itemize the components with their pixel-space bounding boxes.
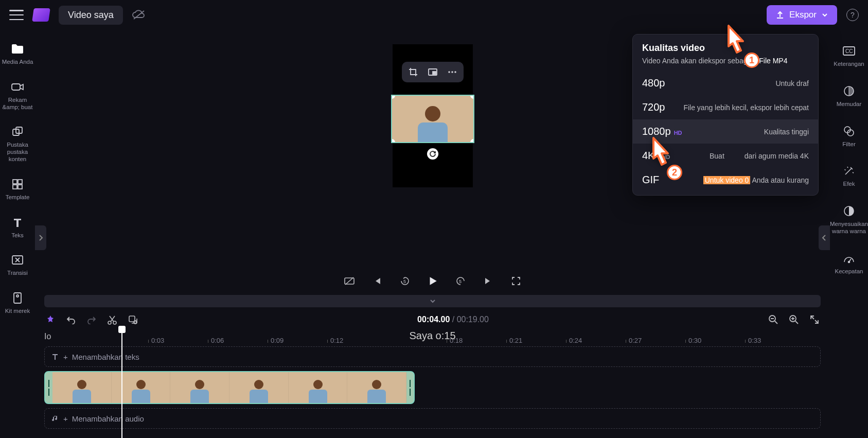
project-title[interactable]: Video saya [59, 6, 123, 25]
collapse-right-panel[interactable] [819, 225, 830, 250]
refresh-icon[interactable] [427, 148, 438, 160]
resize-handle[interactable] [391, 95, 395, 99]
timeline-ruler[interactable]: Io 0:03 0:06 0:09 0:12 0:18 0:21 0:24 0:… [35, 329, 830, 346]
sidebar-label: Pustaka pustaka konten [0, 142, 35, 163]
sidebar-label: Template [6, 194, 30, 201]
chevron-down-icon [822, 12, 828, 18]
quality-option-720p[interactable]: 720p File yang lebih kecil, ekspor lebih… [633, 95, 818, 119]
speedometer-icon [842, 252, 856, 265]
video-track[interactable] [44, 371, 821, 404]
sidebar-label: Media Anda [2, 59, 33, 66]
folder-icon [11, 42, 24, 56]
play-button[interactable] [426, 274, 439, 288]
redo-button[interactable] [85, 313, 98, 326]
quality-option-gif[interactable]: GIF Untuk video 0 Anda atau kurang [633, 168, 818, 192]
ruler-tick: 0:09 [271, 337, 284, 344]
svg-rect-12 [433, 72, 436, 74]
camera-icon [11, 80, 24, 94]
clip-trim-left[interactable] [45, 372, 52, 403]
track-label: Menambahkan teks [72, 353, 139, 361]
quality-desc: Kualitas tinggi [764, 128, 809, 136]
quality-option-1080p[interactable]: 1080pHD Kualitas tinggi [633, 119, 818, 144]
sidebar-item-record[interactable]: Rekam &amp; buat [0, 80, 35, 111]
collapse-timeline[interactable] [44, 295, 821, 307]
text-track-add[interactable]: + Menambahkan teks [44, 346, 821, 367]
menu-button[interactable] [9, 10, 24, 20]
sidebar-item-caption[interactable]: CC Keterangan [834, 44, 864, 68]
svg-point-15 [454, 71, 456, 73]
library-icon [11, 125, 24, 138]
resize-handle[interactable] [391, 139, 395, 143]
sidebar-label: Memudar [837, 101, 862, 108]
pip-button[interactable] [427, 66, 439, 78]
brand-icon [11, 291, 24, 305]
forward-5-button[interactable]: 5 [454, 274, 467, 288]
quality-desc: Buat dari agum media 4K [710, 152, 809, 160]
plus-icon: + [63, 414, 68, 423]
help-button[interactable]: ? [846, 9, 859, 21]
undo-button[interactable] [65, 313, 77, 326]
more-button[interactable] [446, 66, 458, 78]
ruler-tick: 0:21 [509, 337, 522, 344]
split-button[interactable] [106, 313, 118, 326]
resize-handle[interactable] [470, 95, 474, 99]
duplicate-button[interactable] [127, 313, 139, 326]
zoom-out-button[interactable] [767, 313, 780, 326]
quality-option-480p[interactable]: 480p Untuk draf [633, 71, 818, 95]
ai-button[interactable] [44, 313, 57, 326]
sidebar-item-media[interactable]: Media Anda [2, 42, 33, 66]
skip-end-button[interactable] [482, 274, 495, 288]
fullscreen-button[interactable] [509, 274, 523, 288]
svg-rect-4 [13, 180, 17, 184]
svg-point-13 [448, 71, 450, 73]
sidebar-item-template[interactable]: Template [6, 178, 30, 201]
clip-toolbar [402, 62, 464, 82]
sidebar-item-filter[interactable]: Filter [842, 125, 856, 148]
sidebar-label: Kit merek [5, 308, 30, 315]
sidebar-item-transition[interactable]: Transisi [7, 253, 28, 277]
sidebar-item-color[interactable]: Menyesuaikan warna warna [830, 204, 868, 235]
sidebar-item-text[interactable]: Teks [11, 216, 24, 239]
sidebar-item-library[interactable]: Pustaka pustaka konten [0, 125, 35, 163]
quality-option-4k[interactable]: 4KUHD Buat dari agum media 4K [633, 144, 818, 168]
resize-handle[interactable] [470, 139, 474, 143]
audio-track-add[interactable]: + Menambahkan audio [44, 408, 821, 429]
video-clip[interactable] [44, 371, 415, 404]
contrast-icon [842, 204, 856, 218]
sidebar-item-fade[interactable]: Memudar [837, 84, 862, 108]
music-icon [51, 414, 59, 423]
mute-button[interactable] [343, 274, 356, 288]
fit-button[interactable] [808, 313, 821, 326]
svg-line-17 [345, 277, 353, 285]
panel-subtitle: Video Anda akan diekspor sebagai [642, 57, 753, 65]
cloud-off-icon[interactable] [132, 10, 146, 20]
sidebar-item-brand[interactable]: Kit merek [5, 291, 30, 315]
sidebar-label: Efek [843, 181, 855, 188]
person-thumbnail [418, 106, 448, 142]
export-button[interactable]: Ekspor [767, 5, 837, 25]
app-logo-icon [32, 8, 50, 22]
transition-icon [11, 253, 24, 267]
clip-trim-right[interactable] [406, 372, 414, 403]
expand-left-panel[interactable] [35, 225, 46, 250]
timeline-toolbar: 00:04.00 / 00:19.00 [35, 310, 830, 329]
filter-icon [842, 125, 856, 138]
crop-button[interactable] [407, 66, 419, 78]
svg-rect-7 [18, 185, 22, 189]
sidebar-label: Teks [11, 232, 24, 239]
rewind-5-button[interactable]: 5 [398, 274, 412, 288]
ruler-zero: Io [44, 332, 91, 341]
upload-icon [776, 11, 784, 19]
uhd-badge: UHD [658, 154, 670, 160]
ruler-tick: 0:27 [629, 337, 642, 344]
ruler-tick: 0:30 [688, 337, 701, 344]
text-icon [51, 353, 59, 361]
playhead[interactable] [121, 327, 122, 438]
sidebar-item-effect[interactable]: Efek [842, 164, 856, 188]
sidebar-item-speed[interactable]: Kecepatan [835, 252, 863, 275]
zoom-in-button[interactable] [788, 313, 800, 326]
skip-start-button[interactable] [370, 274, 384, 288]
selected-clip[interactable] [391, 95, 474, 143]
template-icon [11, 178, 24, 191]
ruler-tick: 0:24 [569, 337, 582, 344]
